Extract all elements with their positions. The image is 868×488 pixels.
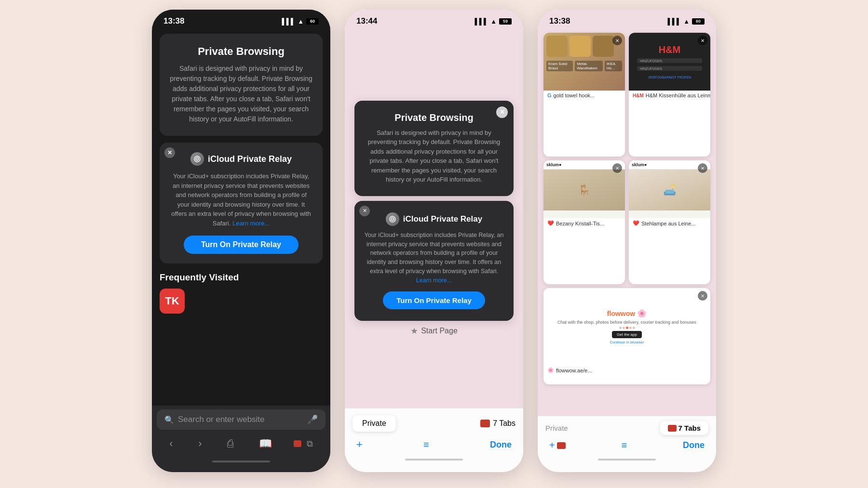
modal-relay-icon [386, 212, 399, 226]
tab-label-3: ❤️ Bezany Kristall-Tis... [543, 218, 625, 229]
tab-close-2[interactable]: ✕ [698, 36, 707, 45]
tab-item-3[interactable]: ✕ sklum● 🪑 ❤️ Bezany Kri [543, 160, 625, 284]
relay-title: iCloud Private Relay [208, 154, 292, 164]
signal-icon-3: ▌▌▌ [667, 18, 681, 25]
search-bar[interactable]: 🔍 Search or enter website 🎤 [157, 409, 326, 430]
turn-on-private-relay-button[interactable]: Turn On Private Relay [184, 236, 298, 254]
tab-item-5[interactable]: ✕ flowwow 🌸 Chat with the shop, photos b… [543, 288, 710, 384]
modal-turn-on-button[interactable]: Turn On Private Relay [383, 291, 485, 309]
tab-item-2[interactable]: ✕ H&M HINZUFÜGEN HINZUFÜGEN VERFÜGBARKEI… [629, 33, 710, 157]
tab-title-5: flowwow.ae/e... [556, 368, 592, 373]
done-button-2[interactable]: Done [490, 440, 512, 450]
home-indicator-3 [598, 459, 656, 461]
tab-red-indicator-2 [480, 420, 490, 427]
modal-pb-text: Safari is designed with privacy in mind … [364, 128, 504, 185]
private-browsing-text: Safari is designed with privacy in mind … [169, 64, 313, 124]
modal-pb-close-button[interactable]: ✕ [496, 106, 508, 118]
fv-icon-tk: TK [160, 289, 185, 314]
hm-menu-hinzufugen-2: HINZUFÜGEN [637, 66, 702, 71]
modal-relay-text: Your iCloud+ subscription includes Priva… [364, 231, 504, 285]
screen3-bottom: Private 7 Tabs + ≡ Done [538, 416, 716, 472]
tab-label-5: 🌸 flowwow.ae/e... [543, 365, 710, 376]
close-relay-button[interactable]: ✕ [164, 147, 175, 158]
nav-bar-1: ‹ › ⎙ 📖 ⧉ [157, 434, 326, 454]
modal-relay-close-button[interactable]: ✕ [359, 206, 370, 216]
tab-close-3[interactable]: ✕ [612, 163, 622, 173]
add-tab-area-3[interactable]: + [549, 440, 566, 451]
tab-close-5[interactable]: ✕ [698, 291, 707, 301]
modal-relay-close-icon: ✕ [363, 208, 367, 214]
hm-menu-hinzufugen-1: HINZUFÜGEN [637, 58, 702, 63]
status-time-2: 13:44 [356, 16, 377, 26]
mic-icon[interactable]: 🎤 [307, 414, 318, 425]
private-browsing-card: Private Browsing Safari is designed with… [160, 34, 323, 136]
flowwow-get-app-btn: Get the app [612, 331, 642, 338]
private-label-3[interactable]: Private [545, 424, 568, 432]
tab-switcher-bar-2: Private 7 Tabs [353, 413, 515, 434]
sklum-img-1: 🪑 [543, 170, 625, 211]
icloud-relay-card: ✕ iCloud Private Relay Yo [160, 143, 323, 264]
status-bar-2: 13:44 ▌▌▌ ▲ 59 [345, 10, 523, 29]
tab-red-small-3 [557, 442, 566, 449]
back-button[interactable]: ‹ [165, 435, 176, 452]
tab-close-1[interactable]: ✕ [612, 36, 622, 45]
modal-close-icon: ✕ [500, 108, 505, 116]
tab-title-2: H&M Kissenhülle aus Leinm... [646, 92, 710, 98]
tab-label-4: ❤️ Stehlampe aus Leine... [629, 218, 710, 229]
seven-tabs-button-3[interactable]: 7 Tabs [660, 421, 708, 435]
search-icon: 🔍 [164, 415, 174, 424]
modal-overlay: ✕ Private Browsing Safari is designed wi… [345, 29, 523, 408]
tab-close-4[interactable]: ✕ [698, 163, 707, 173]
bookmarks-button[interactable]: 📖 [255, 435, 276, 452]
tabs-button[interactable]: ⧉ [294, 437, 317, 451]
frequently-visited-title: Frequently Visited [160, 272, 323, 283]
private-tab-button-2[interactable]: Private [353, 415, 396, 432]
bottom-actions-2: + ≡ Done [353, 436, 515, 453]
phone-screen-2: 13:44 ▌▌▌ ▲ 59 ✕ Private Browsing Safari… [345, 10, 523, 472]
tab-red-indicator-3 [668, 425, 677, 432]
screen3-actions: + ≡ Done [545, 438, 708, 453]
screen3-tab-bar: Private 7 Tabs [545, 421, 708, 435]
modal-learn-more-link[interactable]: Learn more... [416, 277, 452, 284]
done-button-3[interactable]: Done [683, 440, 705, 450]
battery-icon-1: 60 [306, 18, 319, 25]
list-view-button-3[interactable]: ≡ [622, 440, 627, 451]
add-tab-button-2[interactable]: + [356, 438, 363, 451]
signal-icon: ▌▌▌ [282, 18, 295, 25]
flowwow-logo-area: flowwow 🌸 [607, 309, 647, 318]
start-page-button[interactable]: ★ Start Page [410, 326, 458, 336]
modal-relay-header: iCloud Private Relay [364, 212, 504, 226]
tab-title-3: Bezany Kristall-Tis... [556, 221, 604, 226]
phone-screen-3: 13:38 ▌▌▌ ▲ 60 ✕ [538, 10, 716, 472]
svg-point-5 [392, 219, 393, 220]
seven-tabs-label-2: 7 Tabs [493, 419, 515, 428]
tab-favicon-1: G [547, 92, 552, 98]
tab-item-1[interactable]: ✕ Kram Solid Brass Metal-Wandhaken [543, 33, 625, 157]
flowwow-emoji: 🌸 [637, 309, 647, 318]
hm-verfugbarkeit: VERFÜGBARKEIT PRÜFEN [648, 76, 692, 79]
flowwow-desc: Chat with the shop, photos before delive… [557, 320, 696, 325]
tab-title-1: gold towel hook... [554, 92, 595, 98]
home-indicator-1 [212, 461, 270, 462]
status-time-1: 13:38 [163, 16, 184, 26]
status-icons-2: ▌▌▌ ▲ 59 [475, 18, 512, 25]
add-icon-3: + [549, 440, 555, 451]
list-view-button-2[interactable]: ≡ [423, 439, 429, 450]
fv-item-tk[interactable]: TK [160, 289, 185, 314]
status-bar-3: 13:38 ▌▌▌ ▲ 60 [538, 10, 716, 29]
wifi-icon: ▲ [298, 18, 304, 25]
phone-screen-1: 13:38 ▌▌▌ ▲ 60 Private Browsing Safari i… [152, 10, 330, 472]
tab-favicon-2: H&M [633, 93, 644, 98]
screen1-scroll-content: Private Browsing Safari is designed with… [152, 29, 330, 406]
seven-tabs-button-2[interactable]: 7 Tabs [480, 419, 515, 428]
hm-logo: H&M [659, 44, 681, 55]
wifi-icon-2: ▲ [490, 18, 497, 25]
sklum-logo-2: sklum● [632, 162, 647, 167]
tab-dot [294, 440, 301, 447]
tab-favicon-4: ❤️ [633, 220, 639, 226]
forward-button[interactable]: › [194, 435, 205, 452]
flowwow-name: flowwow [607, 310, 635, 317]
learn-more-link[interactable]: Learn more... [232, 220, 270, 227]
share-button[interactable]: ⎙ [223, 435, 237, 452]
tab-item-4[interactable]: ✕ sklum● 🛋️ ❤️ Stehlampe [629, 160, 710, 284]
